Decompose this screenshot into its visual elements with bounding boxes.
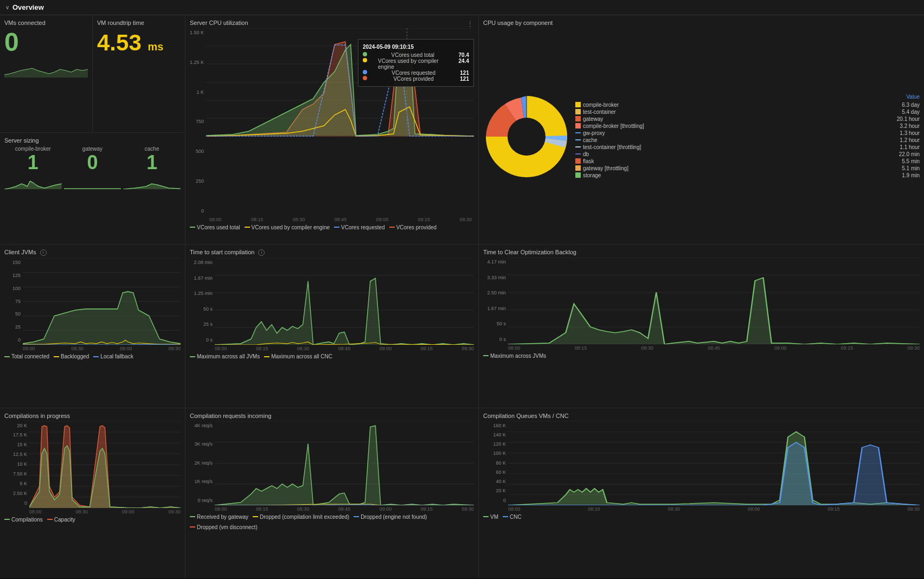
compilation-queues-chart: [508, 421, 920, 505]
server-sizing-title: Server sizing: [4, 137, 181, 144]
compilations-progress-title: Compilations in progress: [4, 413, 181, 419]
header: ∨ Overview: [0, 0, 924, 15]
cpu-usage-panel: CPU usage by component: [479, 15, 924, 244]
client-jvms-info[interactable]: i: [40, 249, 47, 256]
legend-vcores-provided: VCores provided: [389, 224, 437, 230]
compilation-requests-panel: Compilation requests incoming 4K req/s 3…: [185, 408, 478, 578]
time-start-info[interactable]: i: [258, 249, 265, 256]
compilation-queues-panel: Compilation Queues VMs / CNC 160 K 140 K…: [479, 408, 924, 578]
legend-backlogged: Backlogged: [54, 353, 89, 359]
legend-vcores-requested: VCores requested: [334, 224, 385, 230]
server-cpu-menu[interactable]: ⋮: [466, 20, 474, 28]
legend-vcores-compiler: VCores used by compiler engine: [245, 224, 330, 230]
time-start-chart: [215, 258, 474, 345]
vm-roundtrip-title: VM roundtrip time: [97, 20, 181, 26]
time-clear-panel: Time to Clear Optimization Backlog 4.17 …: [479, 245, 924, 408]
legend-max-cnc: Maximum across all CNC: [264, 353, 332, 359]
vm-roundtrip-panel: VM roundtrip time 4.53 ms: [93, 15, 185, 132]
svg-point-11: [508, 118, 546, 156]
time-start-panel: Time to start compilation i 2.08 min 1.6…: [185, 245, 478, 408]
header-arrow[interactable]: ∨: [5, 4, 9, 10]
legend-dropped-limit: Dropped (compilation limit exceeded): [253, 514, 349, 520]
compilations-chart: [29, 421, 181, 508]
legend-local-fallback: Local fallback: [93, 353, 133, 359]
svg-marker-22: [23, 292, 181, 345]
legend-capacity: Capacity: [47, 517, 75, 523]
legend-vm: VM: [483, 514, 498, 520]
compilation-requests-title: Compilation requests incoming: [190, 413, 474, 419]
legend-gw-proxy: gw-proxy 1.3 hour: [575, 130, 920, 136]
svg-marker-36: [508, 278, 920, 344]
compilations-progress-panel: Compilations in progress 20 K 17.5 K 15 …: [0, 408, 185, 578]
server-cpu-chart: [206, 28, 474, 137]
legend-compile-broker: compile-broker 6.3 day: [575, 102, 920, 108]
legend-vcores-total: VCores used total: [190, 224, 240, 230]
legend-compilations: Compilations: [4, 517, 43, 523]
svg-marker-29: [215, 278, 474, 345]
legend-dropped-vm: Dropped (vm disconnect): [190, 524, 258, 530]
legend-gateway-throttling: gateway [throttling] 5.1 min: [575, 165, 920, 171]
legend-max-jvms-clear: Maximum across JVMs: [483, 353, 546, 359]
cpu-pie-legend: Value compile-broker 6.3 day test-contai…: [575, 94, 920, 179]
legend-received-gateway: Received by gateway: [190, 514, 248, 520]
legend-cache: cache 1.2 hour: [575, 137, 920, 143]
time-clear-chart: [508, 258, 920, 344]
cpu-pie-chart: [483, 93, 570, 180]
cpu-usage-title: CPU usage by component: [483, 20, 920, 26]
server-cpu-panel: Server CPU utilization ⋮ 1.50 K 1.25 K 1…: [185, 15, 478, 244]
legend-compile-broker-throttling: compile-broker [throttling] 3.2 hour: [575, 123, 920, 129]
compilation-requests-chart: [215, 421, 474, 505]
server-cpu-title: Server CPU utilization: [190, 20, 474, 26]
pie-legend-value-header: Value: [906, 94, 920, 100]
header-title: Overview: [12, 3, 44, 11]
legend-gateway: gateway 20.1 hour: [575, 116, 920, 122]
vm-roundtrip-value: 4.53 ms: [97, 31, 181, 54]
vms-connected-chart: [4, 59, 88, 78]
legend-cnc: CNC: [503, 514, 522, 520]
legend-storage: storage 1.9 min: [575, 172, 920, 178]
client-jvms-chart: [23, 258, 181, 345]
compilation-queues-title: Compilation Queues VMs / CNC: [483, 413, 920, 419]
client-jvms-title: Client JVMs i: [4, 249, 181, 256]
vms-connected-title: VMs connected: [4, 20, 88, 26]
legend-max-jvms: Maximum across all JVMs: [190, 353, 260, 359]
client-jvms-panel: Client JVMs i 150 125 100 75 50 25 0: [0, 245, 185, 408]
sizing-compile-broker: compile-broker 1: [4, 146, 62, 191]
legend-db: db 22.0 min: [575, 151, 920, 157]
sizing-cache: cache 1: [123, 146, 181, 191]
time-start-title: Time to start compilation i: [190, 249, 474, 256]
vms-connected-panel: VMs connected 0: [0, 15, 92, 132]
server-sizing-panel: Server sizing compile-broker 1 gateway 0…: [0, 133, 185, 244]
sizing-gateway: gateway 0: [64, 146, 121, 191]
legend-dropped-engine: Dropped (engine not found): [354, 514, 427, 520]
legend-test-container: test-container 5.4 day: [575, 109, 920, 115]
legend-total-connected: Total connected: [4, 353, 49, 359]
legend-flask: flask 5.5 min: [575, 158, 920, 164]
svg-marker-0: [4, 68, 88, 78]
vms-connected-value: 0: [4, 29, 88, 55]
time-clear-title: Time to Clear Optimization Backlog: [483, 249, 920, 255]
legend-test-container-throttling: test-container [throttling] 1.1 hour: [575, 144, 920, 150]
